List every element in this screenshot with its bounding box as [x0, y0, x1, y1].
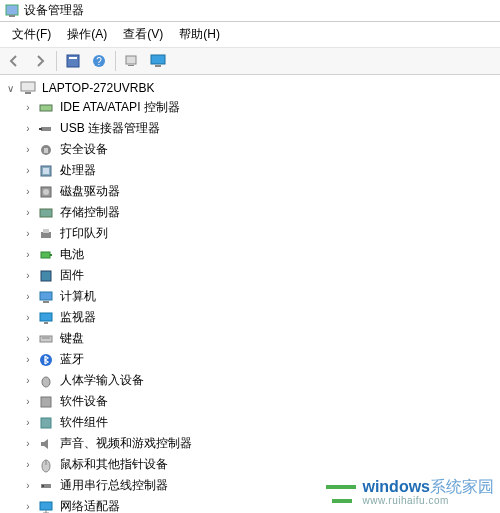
tree-item[interactable]: › 鼠标和其他指针设备 — [4, 454, 500, 475]
svg-rect-12 — [40, 105, 52, 111]
expander-icon[interactable]: › — [22, 459, 34, 470]
show-monitors-button[interactable] — [146, 50, 170, 72]
svg-rect-29 — [40, 313, 52, 321]
expander-icon[interactable]: › — [22, 270, 34, 281]
expander-icon[interactable]: › — [22, 291, 34, 302]
svg-text:?: ? — [96, 56, 102, 67]
forward-button[interactable] — [28, 50, 52, 72]
expander-icon[interactable]: › — [22, 501, 34, 512]
mouse-icon — [38, 457, 54, 473]
tree-item[interactable]: › 固件 — [4, 265, 500, 286]
tree-item[interactable]: › 安全设备 — [4, 139, 500, 160]
tree-item[interactable]: › 软件设备 — [4, 391, 500, 412]
expander-icon[interactable]: › — [22, 207, 34, 218]
softdev-icon — [38, 394, 54, 410]
tree-item-label: 鼠标和其他指针设备 — [58, 455, 170, 474]
menu-action[interactable]: 操作(A) — [59, 24, 115, 45]
help-button[interactable]: ? — [87, 50, 111, 72]
tree-item[interactable]: › 处理器 — [4, 160, 500, 181]
tree-item[interactable]: › 打印队列 — [4, 223, 500, 244]
svg-rect-2 — [67, 55, 79, 67]
tree-item[interactable]: › 软件组件 — [4, 412, 500, 433]
tree-item[interactable]: › 蓝牙 — [4, 349, 500, 370]
tree-item[interactable]: › 存储控制器 — [4, 202, 500, 223]
tree-item[interactable]: › 声音、视频和游戏控制器 — [4, 433, 500, 454]
computer-icon — [20, 80, 36, 96]
svg-rect-42 — [40, 502, 52, 510]
tree-item-label: 蓝牙 — [58, 350, 86, 369]
expander-icon[interactable]: › — [22, 333, 34, 344]
svg-marker-37 — [41, 439, 48, 449]
expander-icon[interactable]: › — [22, 102, 34, 113]
svg-rect-11 — [25, 92, 31, 94]
tree-item-label: 软件组件 — [58, 413, 110, 432]
network-icon — [38, 499, 54, 514]
tree-item[interactable]: › 网络适配器 — [4, 496, 500, 513]
tree-item[interactable]: › 计算机 — [4, 286, 500, 307]
tree-root[interactable]: ∨ LAPTOP-272UVRBK — [4, 79, 500, 97]
tree-item[interactable]: › IDE ATA/ATAPI 控制器 — [4, 97, 500, 118]
svg-point-41 — [42, 485, 44, 487]
forward-icon — [32, 53, 48, 69]
help-icon: ? — [91, 53, 107, 69]
expander-icon[interactable]: › — [22, 438, 34, 449]
softcomp-icon — [38, 415, 54, 431]
sound-icon — [38, 436, 54, 452]
svg-rect-36 — [41, 418, 51, 428]
expander-icon[interactable]: › — [22, 228, 34, 239]
svg-rect-21 — [40, 209, 52, 217]
expander-icon[interactable]: › — [22, 354, 34, 365]
expander-icon[interactable]: › — [22, 165, 34, 176]
toolbar-separator — [115, 51, 116, 71]
titlebar: 设备管理器 — [0, 0, 500, 22]
tree-item[interactable]: › 人体学输入设备 — [4, 370, 500, 391]
tree-item-label: 计算机 — [58, 287, 98, 306]
monitor-icon — [150, 53, 166, 69]
properties-icon — [65, 53, 81, 69]
expander-icon[interactable]: › — [22, 417, 34, 428]
tree-item[interactable]: › 键盘 — [4, 328, 500, 349]
expander-icon[interactable]: › — [22, 375, 34, 386]
tree-item[interactable]: › 磁盘驱动器 — [4, 181, 500, 202]
tree-item[interactable]: › USB 连接器管理器 — [4, 118, 500, 139]
expander-icon[interactable]: › — [22, 186, 34, 197]
expander-icon[interactable]: › — [22, 144, 34, 155]
svg-rect-26 — [41, 271, 51, 281]
scan-button[interactable] — [120, 50, 144, 72]
svg-rect-9 — [155, 65, 161, 67]
svg-point-34 — [42, 377, 50, 387]
battery-icon — [38, 247, 54, 263]
expander-icon[interactable]: › — [22, 249, 34, 260]
tree-item-label: 打印队列 — [58, 224, 110, 243]
window-title: 设备管理器 — [24, 2, 84, 19]
svg-rect-1 — [9, 15, 15, 17]
device-tree[interactable]: ∨ LAPTOP-272UVRBK › IDE ATA/ATAPI 控制器 › … — [0, 75, 500, 513]
svg-rect-14 — [39, 128, 42, 130]
keyboard-icon — [38, 331, 54, 347]
expander-icon[interactable]: › — [22, 396, 34, 407]
menu-file[interactable]: 文件(F) — [4, 24, 59, 45]
properties-button[interactable] — [61, 50, 85, 72]
svg-rect-13 — [41, 127, 51, 131]
tree-item[interactable]: › 监视器 — [4, 307, 500, 328]
tree-item-label: 人体学输入设备 — [58, 371, 146, 390]
tree-item[interactable]: › 通用串行总线控制器 — [4, 475, 500, 496]
computer-icon — [38, 289, 54, 305]
expander-icon[interactable]: › — [22, 312, 34, 323]
svg-rect-23 — [43, 229, 49, 233]
security-icon — [38, 142, 54, 158]
tree-item[interactable]: › 电池 — [4, 244, 500, 265]
menu-view[interactable]: 查看(V) — [115, 24, 171, 45]
svg-rect-25 — [50, 254, 52, 256]
tree-item-label: 电池 — [58, 245, 86, 264]
expander-icon[interactable]: › — [22, 480, 34, 491]
expander-icon[interactable]: › — [22, 123, 34, 134]
tree-item-label: 监视器 — [58, 308, 98, 327]
svg-rect-16 — [44, 148, 48, 153]
menu-help[interactable]: 帮助(H) — [171, 24, 228, 45]
expander-icon[interactable]: ∨ — [4, 83, 16, 94]
tree-item-label: 声音、视频和游戏控制器 — [58, 434, 194, 453]
toolbar: ? — [0, 47, 500, 75]
tree-item-label: 处理器 — [58, 161, 98, 180]
back-button[interactable] — [2, 50, 26, 72]
